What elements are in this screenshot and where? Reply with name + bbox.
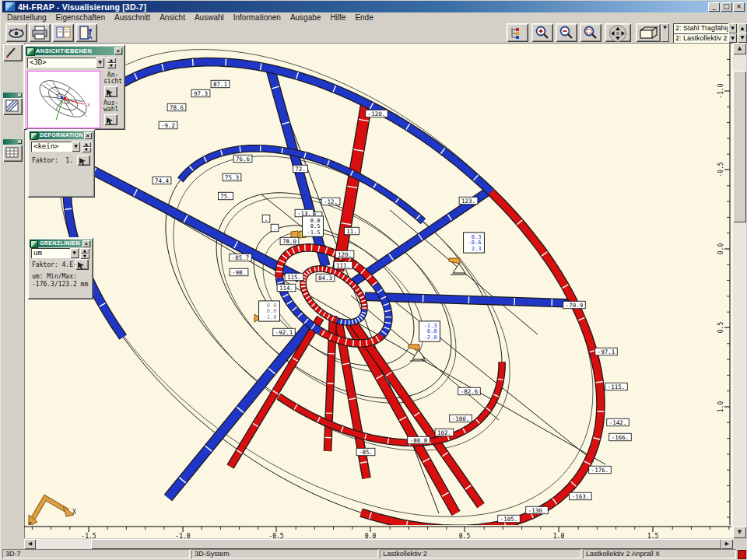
title-bar[interactable]: 4H-FRAP - Visualisierung [3D-7] _ □ × [2,1,746,12]
scroll-left-arrow[interactable]: ◀ [24,539,36,549]
view-cube-dropdown[interactable]: ▼ [661,23,669,42]
panel-deformation-close[interactable]: × [84,132,92,139]
exit-button[interactable] [75,23,97,42]
ansicht-label: An-sicht [103,72,122,85]
grid-tool-button[interactable] [3,145,23,162]
y-tick-label: -1.0 [717,83,724,98]
value-label: -85.7 [232,254,250,261]
menu-item-darstellung[interactable]: Darstellung [2,13,51,22]
view-options-button[interactable] [5,23,27,42]
value-label: -100. [452,415,470,422]
menu-item-auswahl[interactable]: Auswahl [190,13,229,22]
display-settings-button[interactable] [507,23,528,42]
value-label: 97.3 [194,90,208,97]
status-alert-icon[interactable] [738,550,746,559]
horizontal-scrollbar[interactable]: ◀ ▶ [24,539,733,549]
panel-grenzlinien-close[interactable]: × [82,240,90,247]
loadcase-dropdown[interactable]: ▼ [728,33,737,43]
view-select-combo[interactable]: <3D> [27,58,98,68]
options-tree-icon [509,25,526,40]
grenzlinien-faktor-button[interactable] [75,259,89,270]
print-button[interactable] [29,23,51,42]
deformation-spin-up[interactable]: ▲ [82,142,91,147]
menu-item-ende[interactable]: Ende [350,13,377,22]
panel-ansicht-titlebar[interactable]: ANSICHT/EBENEN × [26,47,123,55]
panel-deformation-titlebar[interactable]: DEFORMATION × [30,131,93,139]
value-label: . [265,215,268,222]
hatch-tool-button[interactable] [3,98,23,115]
menu-item-eigenschaften[interactable]: Eigenschaften [51,13,110,22]
grenzlinien-range-label: um: Min/Max: [32,273,77,280]
value-label: 72. [295,166,306,173]
view-preview-thumbnail[interactable]: X [27,71,100,128]
value-label: 11. [346,228,357,235]
menu-item-hilfe[interactable]: Hilfe [325,13,350,22]
pan-cross-icon [607,25,629,42]
view-cube-button[interactable] [636,23,661,42]
status-cell-1: 3D-System [191,549,378,558]
grenzlinien-spin-down[interactable]: ▼ [80,254,89,259]
report-button[interactable] [52,23,74,42]
result-type-dropdown[interactable]: ▼ [728,23,737,33]
value-label: -120. [368,110,386,117]
deformation-combo[interactable]: <kein> [31,142,74,152]
panel-grenzlinien-title: GRENZLINIEN [40,240,80,246]
mini-panel-title-2[interactable] [3,139,23,145]
value-label: -115. [608,383,626,390]
panel-grenzlinien: GRENZLINIEN × um ▼ ▲ ▼ Faktor: 4.E-4 um:… [27,237,93,299]
scroll-down-arrow[interactable]: ▼ [733,527,746,538]
grenzlinien-spin-up[interactable]: ▲ [80,248,89,254]
deformation-spin-down[interactable]: ▼ [82,147,91,152]
deformation-faktor-button[interactable] [77,155,90,166]
value-label: -176. [591,467,609,474]
auswahl-apply-button[interactable] [104,114,117,125]
close-button[interactable]: × [733,2,745,12]
maximize-button[interactable]: □ [721,2,732,12]
pointer-icon [77,156,89,166]
ansicht-apply-button[interactable] [104,86,117,97]
value-label: 102. [437,429,451,436]
grenzlinien-combo[interactable]: um [31,248,72,258]
segment-tick [301,286,306,287]
vertical-scrollbar[interactable]: ▲ ▼ [733,43,746,538]
value-label: 120. [338,251,352,258]
menu-item-ausgabe[interactable]: Ausgabe [286,13,325,22]
scroll-right-arrow[interactable]: ▶ [721,539,733,549]
edit-tool-button[interactable] [3,44,23,61]
panel-grenzlinien-titlebar[interactable]: GRENZLINIEN × [30,240,91,247]
deformation-dropdown[interactable]: ▼ [72,142,80,152]
pan-control[interactable] [605,23,631,42]
zoom-out-button[interactable] [556,23,577,42]
horizontal-scroll-thumb[interactable] [91,539,721,549]
segment-tick [311,245,312,251]
panel-icon [26,47,35,56]
segment-tick [240,146,240,152]
value-label: 114. [279,285,293,292]
scroll-up-arrow[interactable]: ▲ [733,43,746,54]
view-spin-up[interactable]: ▲ [107,58,116,63]
zoom-window-button[interactable] [580,23,601,42]
status-cell-0: 3D-7 [2,549,190,558]
view-spin-down[interactable]: ▼ [107,63,116,68]
grenzlinien-range-value: -176.3/123.2 mm [32,281,88,288]
menu-item-ausschnitt[interactable]: Ausschnitt [110,13,155,22]
mini-panel-title[interactable] [3,93,23,98]
loadcase-spin-down[interactable]: ▼ [738,33,747,43]
grenzlinien-dropdown[interactable]: ▼ [70,248,79,258]
menu-item-ansicht[interactable]: Ansicht [155,13,190,22]
auswahl-label: Aus-wahl [103,100,118,113]
value-label: . [273,225,277,232]
result-type-combo[interactable]: 2: Stahl Tragfähigkeit (Th. 2. O [673,23,731,33]
vertical-scroll-thumb[interactable] [733,71,746,222]
minimize-button[interactable]: _ [708,2,720,12]
status-cell-3: Lastkollektiv 2 Anprall X [583,549,736,558]
panel-ansicht-close[interactable]: × [114,47,122,54]
view-select-dropdown[interactable]: ▼ [96,58,104,68]
menu-bar: DarstellungEigenschaftenAusschnittAnsich… [2,12,746,23]
app-icon [5,2,16,12]
y-tick-label: -0.5 [717,162,724,177]
value-label: 87.1 [213,81,227,88]
menu-item-informationen[interactable]: Informationen [229,13,286,22]
zoom-in-button[interactable] [531,23,553,42]
value-label: 75.3 [225,174,239,181]
